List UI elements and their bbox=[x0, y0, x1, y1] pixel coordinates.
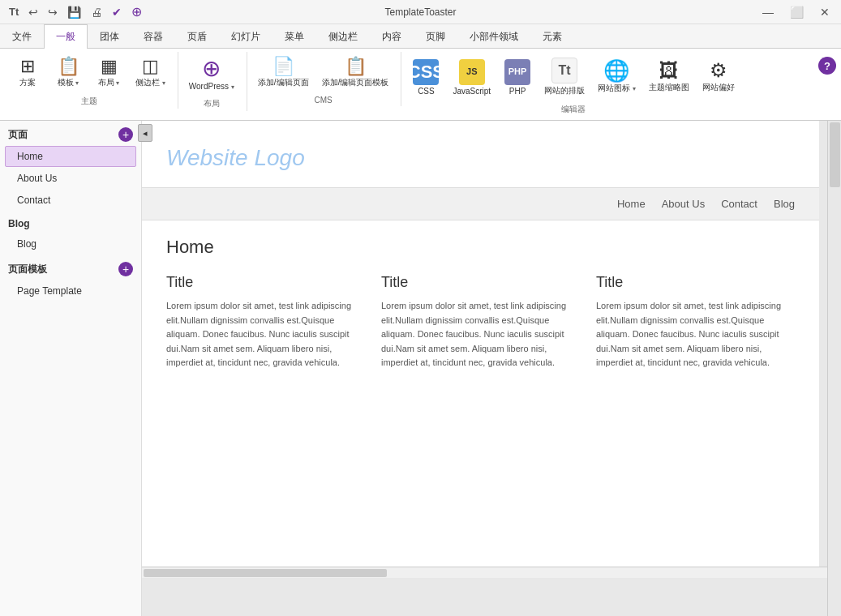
css-label: CSS bbox=[418, 87, 435, 96]
save-icon[interactable]: 💾 bbox=[65, 4, 84, 20]
preferences-icon: ⚙ bbox=[710, 61, 727, 80]
tab-content[interactable]: 内容 bbox=[370, 24, 414, 49]
page-item-aboutus[interactable]: About Us bbox=[5, 168, 136, 189]
wordpress-icon: ⊕ bbox=[202, 58, 221, 80]
add-page-button[interactable]: + bbox=[118, 127, 133, 142]
js-icon: JS bbox=[459, 59, 485, 85]
javascript-button[interactable]: JS JavaScript bbox=[447, 53, 496, 101]
tt-icon[interactable]: Tt bbox=[6, 4, 21, 19]
undo-icon[interactable]: ↩ bbox=[26, 4, 41, 20]
ribbon-tabs: 文件 一般 团体 容器 页盾 幻灯片 菜单 侧边栏 内容 页脚 小部件领域 元素 bbox=[0, 24, 841, 49]
tab-widget[interactable]: 小部件领域 bbox=[457, 24, 530, 49]
maximize-button[interactable]: ⬜ bbox=[785, 4, 809, 20]
tab-group[interactable]: 团体 bbox=[88, 24, 131, 49]
col3-title: Title bbox=[596, 274, 795, 291]
ribbon-group-layout: ⊕ WordPress ▾ 布局 bbox=[180, 52, 247, 111]
title-bar: Tt ↩ ↪ 💾 🖨 ✔ ⊕ TemplateToaster — ⬜ ✕ bbox=[0, 0, 841, 24]
wordpress-label: WordPress ▾ bbox=[189, 82, 234, 91]
col1-title: Title bbox=[166, 274, 365, 291]
pages-section: 页面 + Home About Us Contact bbox=[0, 121, 141, 211]
tab-menu[interactable]: 菜单 bbox=[272, 24, 316, 49]
add-edit-template-button[interactable]: 📋 添加/编辑页面模板 bbox=[316, 53, 395, 92]
tab-slider[interactable]: 幻灯片 bbox=[219, 24, 272, 49]
editor-buttons: CSS CSS JS JavaScript PHP PHP Tt 网站的排版 🌐 bbox=[406, 53, 740, 101]
templates-label: 页面模板 bbox=[8, 263, 47, 276]
redo-icon[interactable]: ↪ bbox=[45, 4, 60, 20]
h-scrollbar-thumb[interactable] bbox=[144, 569, 387, 577]
blog-item[interactable]: Blog bbox=[5, 233, 136, 255]
tab-shield[interactable]: 页盾 bbox=[175, 24, 219, 49]
content-grid: Title Lorem ipsum dolor sit amet, test l… bbox=[166, 274, 795, 370]
php-icon: PHP bbox=[504, 59, 530, 85]
check-icon[interactable]: ✔ bbox=[109, 4, 124, 20]
h-scrollbar[interactable] bbox=[142, 567, 827, 578]
php-button[interactable]: PHP PHP bbox=[498, 53, 537, 101]
tab-elements[interactable]: 元素 bbox=[530, 24, 574, 49]
collapse-panel-button[interactable]: ◂ bbox=[138, 124, 152, 142]
tab-sidebar[interactable]: 侧边栏 bbox=[316, 24, 370, 49]
preferences-button[interactable]: ⚙ 网站偏好 bbox=[697, 53, 740, 101]
nav-home[interactable]: Home bbox=[617, 198, 646, 210]
layout-icon: ▦ bbox=[101, 58, 118, 75]
ribbon-group-cms: 📄 添加/编辑页面 📋 添加/编辑页面模板 CMS bbox=[249, 52, 402, 106]
site-icon-button[interactable]: 🌐 网站图标 ▾ bbox=[592, 53, 641, 101]
site-icon-label: 网站图标 ▾ bbox=[598, 83, 636, 94]
layout-label: 布局 ▾ bbox=[98, 77, 120, 88]
print-icon[interactable]: 🖨 bbox=[88, 4, 105, 20]
add-page-icon: 📄 bbox=[272, 58, 294, 75]
site-content: Home Title Lorem ipsum dolor sit amet, t… bbox=[142, 220, 819, 387]
add-template-btn[interactable]: + bbox=[118, 262, 133, 276]
site-logo: Website Logo bbox=[166, 145, 795, 171]
scheme-button[interactable]: ⊞ 方案 bbox=[8, 53, 47, 92]
nav-aboutus[interactable]: About Us bbox=[662, 198, 705, 210]
tab-container[interactable]: 容器 bbox=[131, 24, 175, 49]
v-scrollbar[interactable] bbox=[827, 121, 841, 616]
sidebar-label: 侧边栏 ▾ bbox=[135, 77, 165, 88]
thumbnail-button[interactable]: 🖼 主题缩略图 bbox=[643, 53, 695, 101]
minimize-button[interactable]: — bbox=[757, 4, 779, 20]
tab-footer[interactable]: 页脚 bbox=[414, 24, 457, 49]
page-item-contact[interactable]: Contact bbox=[5, 190, 136, 211]
layout-buttons: ⊕ WordPress ▾ bbox=[183, 53, 240, 95]
blog-header: Blog bbox=[0, 212, 141, 233]
pages-label: 页面 bbox=[8, 128, 28, 142]
thumbnail-icon: 🖼 bbox=[659, 61, 679, 80]
wordpress-button[interactable]: ⊕ WordPress ▾ bbox=[183, 53, 240, 95]
cms-group-label: CMS bbox=[315, 96, 333, 105]
php-label: PHP bbox=[509, 87, 526, 96]
pages-header: 页面 + bbox=[0, 121, 141, 145]
template-button[interactable]: 📋 模板 ▾ bbox=[49, 53, 88, 92]
typography-icon: Tt bbox=[551, 58, 577, 83]
css-button[interactable]: CSS CSS bbox=[406, 53, 445, 101]
editor-group-label: 编辑器 bbox=[561, 104, 586, 115]
templates-header: 页面模板 + bbox=[0, 255, 141, 280]
css-icon: CSS bbox=[413, 59, 439, 85]
wordpress-icon[interactable]: ⊕ bbox=[129, 2, 144, 21]
window-controls: — ⬜ ✕ bbox=[757, 4, 835, 20]
nav-contact[interactable]: Contact bbox=[721, 198, 757, 210]
typography-button[interactable]: Tt 网站的排版 bbox=[538, 53, 590, 101]
sidebar-icon: ◫ bbox=[142, 58, 159, 75]
add-edit-page-button[interactable]: 📄 添加/编辑页面 bbox=[252, 53, 315, 92]
sidebar-button[interactable]: ◫ 侧边栏 ▾ bbox=[130, 53, 171, 92]
page-item-home[interactable]: Home bbox=[5, 146, 136, 167]
close-button[interactable]: ✕ bbox=[815, 4, 835, 20]
add-page-label: 添加/编辑页面 bbox=[258, 77, 309, 88]
page-title: Home bbox=[166, 237, 795, 258]
tab-file[interactable]: 文件 bbox=[0, 24, 44, 49]
preferences-label: 网站偏好 bbox=[702, 82, 735, 93]
page-template-item[interactable]: Page Template bbox=[5, 280, 136, 302]
layout-group-label: 布局 bbox=[204, 98, 220, 109]
col2-title: Title bbox=[381, 274, 580, 291]
scheme-label: 方案 bbox=[19, 77, 36, 88]
tab-general[interactable]: 一般 bbox=[44, 24, 88, 49]
site-logo-area: Website Logo bbox=[142, 121, 819, 187]
help-button[interactable]: ? bbox=[818, 57, 836, 75]
site-nav: Home About Us Contact Blog bbox=[142, 187, 819, 220]
layout-button[interactable]: ▦ 布局 ▾ bbox=[89, 53, 128, 92]
nav-blog[interactable]: Blog bbox=[774, 198, 795, 210]
left-panel: 页面 + Home About Us Contact Blog Blog 页面模… bbox=[0, 121, 142, 616]
templates-section: 页面模板 + Page Template bbox=[0, 255, 141, 302]
ribbon-group-editor: CSS CSS JS JavaScript PHP PHP Tt 网站的排版 🌐 bbox=[403, 52, 746, 117]
js-label: JavaScript bbox=[453, 87, 491, 96]
